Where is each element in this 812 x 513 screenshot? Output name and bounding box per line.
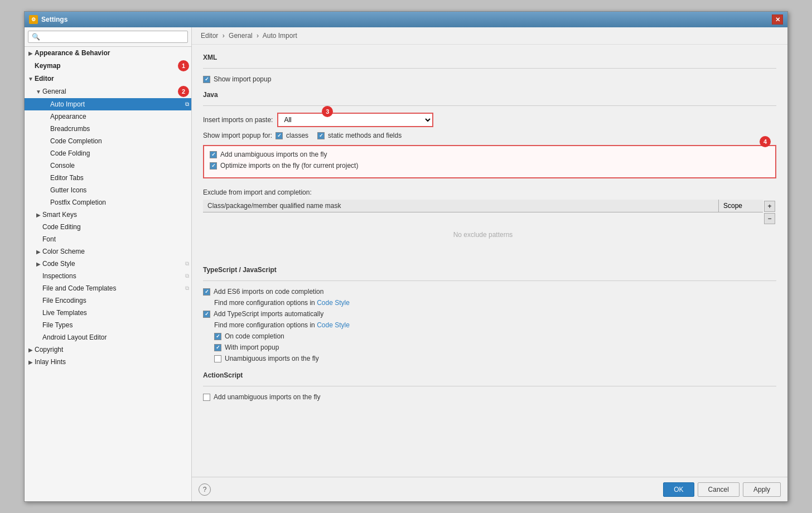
xml-show-popup-label: Show import popup — [214, 75, 271, 83]
code-style-link-1[interactable]: Code Style — [317, 299, 350, 307]
sidebar-item-breadcrumbs[interactable]: Breadcrumbs — [25, 123, 191, 135]
sidebar-label: Appearance — [50, 113, 189, 120]
add-pattern-button[interactable]: + — [764, 201, 775, 212]
main-panel: Editor › General › Auto Import XML ✓ Sho… — [192, 27, 787, 501]
optimize-imports-checkbox[interactable]: ✓ — [210, 162, 217, 170]
add-unambiguous-row: ✓ Add unambiguous imports on the fly — [210, 151, 770, 158]
breadcrumb-part-1: Editor — [201, 32, 218, 40]
classes-checkbox[interactable]: ✓ — [276, 132, 283, 139]
check-mark: ✓ — [277, 133, 282, 138]
sidebar-label: Gutter Icons — [50, 186, 189, 194]
check-mark: ✓ — [319, 133, 323, 138]
static-methods-checkbox[interactable]: ✓ — [317, 132, 325, 139]
exclude-body: No exclude patterns — [203, 212, 763, 257]
with-import-popup-row: ✓ With import popup — [203, 343, 776, 351]
app-icon: ⚙ — [29, 15, 38, 24]
bottom-bar: ? OK Cancel Apply — [192, 477, 787, 501]
sidebar-label: Code Editing — [42, 223, 189, 231]
search-input[interactable] — [28, 31, 188, 43]
typescript-section-title: TypeScript / JavaScript — [203, 266, 776, 274]
sidebar-item-inlay-hints[interactable]: ▶ Inlay Hints — [25, 356, 191, 368]
check-mark: ✓ — [205, 311, 209, 317]
sidebar-item-font[interactable]: Font — [25, 233, 191, 245]
sidebar-label: Editor Tabs — [50, 174, 189, 182]
unambiguous-fly-label: Unambiguous imports on the fly — [225, 355, 319, 362]
sidebar-label: Editor — [35, 75, 189, 83]
sidebar-label: Code Style — [42, 260, 185, 268]
sidebar-item-live-templates[interactable]: Live Templates — [25, 307, 191, 319]
actionscript-section: ActionScript Add unambiguous imports on … — [203, 371, 776, 401]
bottom-left: ? — [199, 483, 211, 496]
sidebar-item-android-layout-editor[interactable]: Android Layout Editor — [25, 331, 191, 343]
classes-label: classes — [286, 132, 308, 139]
sidebar-item-console[interactable]: Console — [25, 159, 191, 172]
sidebar-item-appearance-behavior[interactable]: ▶ Appearance & Behavior — [25, 47, 191, 59]
unambiguous-fly-checkbox[interactable] — [214, 355, 221, 362]
breadcrumb-sep-2: › — [257, 32, 259, 40]
expand-icon: ▶ — [35, 249, 42, 255]
apply-button[interactable]: Apply — [743, 482, 781, 497]
sidebar-item-file-code-templates[interactable]: File and Code Templates ⧉ — [25, 282, 191, 294]
add-unambiguous-checkbox[interactable]: ✓ — [210, 151, 217, 158]
add-typescript-label: Add TypeScript imports automatically — [214, 310, 323, 318]
ok-button[interactable]: OK — [663, 482, 694, 497]
window-title: Settings — [41, 16, 67, 23]
sidebar-label: Copyright — [35, 346, 189, 354]
sidebar-label: Inspections — [42, 272, 185, 280]
sidebar-item-file-encodings[interactable]: File Encodings — [25, 294, 191, 307]
sidebar-item-smart-keys[interactable]: ▶ Smart Keys — [25, 209, 191, 221]
breadcrumb-part-2: General — [229, 32, 253, 40]
add-unambiguous-as-checkbox[interactable] — [203, 394, 210, 401]
sidebar-label: Keymap — [35, 62, 176, 70]
with-import-popup-checkbox[interactable]: ✓ — [214, 344, 221, 351]
sidebar-item-appearance[interactable]: Appearance — [25, 110, 191, 123]
on-code-completion-checkbox[interactable]: ✓ — [214, 333, 221, 340]
sidebar-item-code-style[interactable]: ▶ Code Style ⧉ — [25, 258, 191, 270]
sidebar-item-editor-tabs[interactable]: Editor Tabs — [25, 172, 191, 184]
add-es6-checkbox[interactable]: ✓ — [203, 288, 210, 296]
sidebar-item-inspections[interactable]: Inspections ⧉ — [25, 270, 191, 282]
sidebar-item-keymap[interactable]: Keymap 1 — [25, 59, 191, 72]
sidebar-item-color-scheme[interactable]: ▶ Color Scheme — [25, 245, 191, 258]
insert-imports-dropdown[interactable]: All Ask None — [277, 113, 433, 127]
expand-icon: ▶ — [35, 212, 42, 218]
java-section-title: Java — [203, 91, 776, 99]
sidebar-item-gutter-icons[interactable]: Gutter Icons — [25, 184, 191, 196]
check-mark: ✓ — [216, 345, 220, 350]
expand-arrow-icon: ▼ — [27, 76, 35, 82]
xml-show-popup-checkbox[interactable]: ✓ — [203, 76, 210, 83]
settings-window: ⚙ Settings ✕ ▶ Appearance & Behavior Key… — [24, 11, 788, 502]
cancel-button[interactable]: Cancel — [698, 482, 740, 497]
code-style-link-2[interactable]: Code Style — [317, 321, 350, 329]
sidebar-item-general[interactable]: ▼ General 2 — [25, 85, 191, 98]
exclude-col-1: Class/package/member qualified name mask — [203, 200, 718, 212]
insert-imports-container: Insert imports on paste: 3 All Ask None — [203, 113, 433, 132]
annotation-badge-1: 1 — [178, 60, 189, 71]
sidebar-label: File and Code Templates — [42, 284, 185, 292]
sidebar-item-auto-import[interactable]: Auto Import ⧉ — [25, 98, 191, 110]
title-bar-left: ⚙ Settings — [29, 15, 67, 24]
help-button[interactable]: ? — [199, 483, 211, 496]
sidebar-item-editor[interactable]: ▼ Editor — [25, 72, 191, 85]
sidebar-label: Color Scheme — [42, 248, 189, 255]
typescript-divider — [203, 280, 776, 281]
remove-pattern-button[interactable]: − — [764, 213, 775, 224]
insert-imports-row: Insert imports on paste: 3 All Ask None — [203, 113, 433, 127]
add-unambiguous-as-label: Add unambiguous imports on the fly — [214, 393, 320, 401]
expand-icon: ▼ — [35, 89, 42, 95]
sidebar-item-code-completion[interactable]: Code Completion — [25, 135, 191, 147]
find-more-2-row: Find more configuration options in Code … — [203, 321, 776, 329]
close-button[interactable]: ✕ — [772, 14, 783, 25]
sidebar-item-postfix-completion[interactable]: Postfix Completion — [25, 196, 191, 209]
sidebar-item-code-folding[interactable]: Code Folding — [25, 147, 191, 159]
add-typescript-checkbox[interactable]: ✓ — [203, 311, 210, 318]
dropdown-wrapper: 3 All Ask None — [277, 113, 433, 127]
sidebar-item-file-types[interactable]: File Types — [25, 319, 191, 331]
breadcrumb-sep-1: › — [223, 32, 225, 40]
java-section: Java Insert imports on paste: 3 All Ask — [203, 91, 776, 257]
static-methods-label: static methods and fields — [328, 132, 402, 139]
sidebar-item-copyright[interactable]: ▶ Copyright — [25, 343, 191, 356]
sidebar-item-code-editing[interactable]: Code Editing — [25, 221, 191, 233]
exclude-col-scope: Scope — [718, 200, 763, 212]
expand-icon: ▶ — [27, 359, 35, 365]
